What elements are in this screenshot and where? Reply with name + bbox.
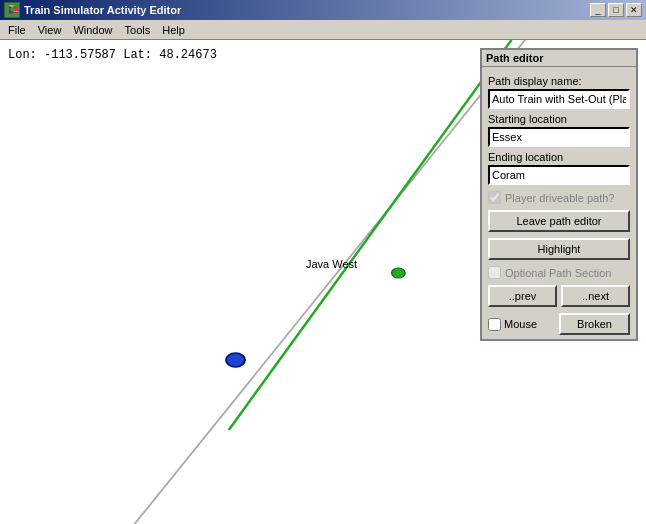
svg-point-2 [226, 353, 245, 367]
app-icon: 🚂 [4, 2, 20, 18]
mouse-label: Mouse [504, 318, 537, 330]
path-display-name-input[interactable] [488, 89, 630, 109]
panel-body: Path display name: Starting location End… [482, 67, 636, 339]
menu-help[interactable]: Help [156, 22, 191, 38]
broken-button[interactable]: Broken [559, 313, 630, 335]
starting-location-input[interactable] [488, 127, 630, 147]
coordinates-display: Lon: -113.57587 Lat: 48.24673 [8, 48, 217, 62]
svg-line-1 [229, 40, 512, 430]
optional-path-checkbox[interactable] [488, 266, 501, 279]
window-title: Train Simulator Activity Editor [24, 4, 181, 16]
menu-view[interactable]: View [32, 22, 68, 38]
title-bar: 🚂 Train Simulator Activity Editor _ □ ✕ [0, 0, 646, 20]
java-west-label: Java West [306, 258, 357, 270]
close-button[interactable]: ✕ [626, 3, 642, 17]
mouse-broken-row: Mouse Broken [488, 313, 630, 335]
highlight-button[interactable]: Highlight [488, 238, 630, 260]
leave-path-editor-button[interactable]: Leave path editor [488, 210, 630, 232]
ending-location-input[interactable] [488, 165, 630, 185]
svg-line-0 [135, 40, 525, 524]
player-driveable-row: Player driveable path? [488, 191, 630, 204]
ending-location-label: Ending location [488, 151, 630, 163]
next-button[interactable]: ..next [561, 285, 630, 307]
panel-title: Path editor [482, 50, 636, 67]
menu-window[interactable]: Window [67, 22, 118, 38]
mouse-checkbox[interactable] [488, 318, 501, 331]
player-driveable-checkbox[interactable] [488, 191, 501, 204]
path-display-name-label: Path display name: [488, 75, 630, 87]
nav-buttons-row: ..prev ..next [488, 285, 630, 307]
optional-path-label: Optional Path Section [505, 267, 611, 279]
maximize-button[interactable]: □ [608, 3, 624, 17]
minimize-button[interactable]: _ [590, 3, 606, 17]
path-editor-panel: Path editor Path display name: Starting … [480, 48, 638, 341]
optional-path-row: Optional Path Section [488, 266, 630, 279]
main-area: Lon: -113.57587 Lat: 48.24673 Java West … [0, 40, 646, 524]
menu-tools[interactable]: Tools [119, 22, 157, 38]
player-driveable-label: Player driveable path? [505, 192, 614, 204]
starting-location-label: Starting location [488, 113, 630, 125]
prev-button[interactable]: ..prev [488, 285, 557, 307]
title-bar-buttons: _ □ ✕ [590, 3, 642, 17]
menu-file[interactable]: File [2, 22, 32, 38]
menu-bar: File View Window Tools Help [0, 20, 646, 40]
svg-point-3 [392, 268, 405, 278]
